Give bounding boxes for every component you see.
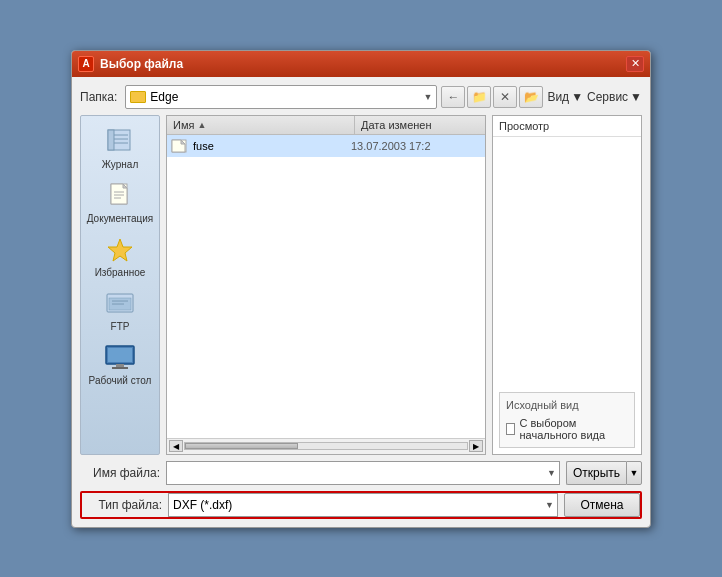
col-name-header[interactable]: Имя ▲ (167, 116, 355, 134)
title-bar: A Выбор файла ✕ (72, 51, 650, 77)
app-icon: A (78, 56, 94, 72)
sidebar: Журнал Документация (80, 115, 160, 455)
cancel-button[interactable]: Отмена (564, 493, 640, 517)
service-arrow-icon: ▼ (630, 90, 642, 104)
filename-row: Имя файла: ▼ Открыть ▼ (80, 461, 642, 485)
sidebar-item-journal[interactable]: Журнал (86, 124, 154, 174)
filename-input[interactable] (166, 461, 560, 485)
filename-input-wrapper: ▼ (166, 461, 560, 485)
toolbar-row: Папка: Edge ▼ ← 📁 ✕ 📂 Вид ▼ Сервис ▼ (80, 85, 642, 109)
svg-rect-1 (108, 130, 114, 150)
preview-header: Просмотр (493, 116, 641, 137)
file-dialog: A Выбор файла ✕ Папка: Edge ▼ ← 📁 ✕ 📂 Ви… (71, 50, 651, 528)
new-folder-button[interactable]: 📂 (519, 86, 543, 108)
ftp-icon (104, 290, 136, 318)
sidebar-label-journal: Журнал (102, 159, 139, 170)
open-btn-group: Открыть ▼ (566, 461, 642, 485)
sort-arrow-icon: ▲ (197, 120, 206, 130)
sidebar-item-docs[interactable]: Документация (86, 178, 154, 228)
svg-marker-11 (108, 239, 132, 261)
folder-up-button[interactable]: 📁 (467, 86, 491, 108)
source-view-checkbox-label: С выбором начального вида (519, 417, 628, 441)
folder-dropdown[interactable]: Edge ▼ (125, 85, 437, 109)
view-arrow-icon: ▼ (571, 90, 583, 104)
file-row[interactable]: fuse 13.07.2003 17:2 (167, 135, 485, 157)
filetype-select[interactable]: DXF (*.dxf) (168, 493, 558, 517)
preview-panel: Просмотр Исходный вид С выбором начально… (492, 115, 642, 455)
file-name: fuse (193, 140, 351, 152)
title-bar-left: A Выбор файла (78, 56, 183, 72)
favorites-icon (104, 236, 136, 264)
scroll-right-button[interactable]: ▶ (469, 440, 483, 452)
svg-rect-18 (116, 364, 124, 367)
col-date-header[interactable]: Дата изменен (355, 116, 485, 134)
source-view-box: Исходный вид С выбором начального вида (499, 392, 635, 448)
filetype-label: Тип файла: (82, 498, 162, 512)
file-list: fuse 13.07.2003 17:2 (167, 135, 485, 438)
sidebar-item-ftp[interactable]: FTP (86, 286, 154, 336)
svg-rect-19 (112, 367, 128, 369)
service-button[interactable]: Сервис ▼ (587, 90, 642, 104)
desktop-icon (104, 344, 136, 372)
open-button[interactable]: Открыть (566, 461, 626, 485)
scroll-thumb (185, 443, 298, 449)
folder-name: Edge (150, 90, 419, 104)
sidebar-label-ftp: FTP (111, 321, 130, 332)
close-button[interactable]: ✕ (626, 56, 644, 72)
svg-rect-17 (108, 348, 132, 362)
col-date-label: Дата изменен (361, 119, 432, 131)
dialog-body: Папка: Edge ▼ ← 📁 ✕ 📂 Вид ▼ Сервис ▼ (72, 77, 650, 527)
docs-icon (104, 182, 136, 210)
sidebar-item-desktop[interactable]: Рабочий стол (86, 340, 154, 390)
service-label: Сервис (587, 90, 628, 104)
view-label: Вид (547, 90, 569, 104)
folder-icon (130, 91, 146, 103)
view-button[interactable]: Вид ▼ (547, 90, 583, 104)
sidebar-item-favorites[interactable]: Избранное (86, 232, 154, 282)
source-view-checkbox-row: С выбором начального вида (506, 417, 628, 441)
open-dropdown-arrow[interactable]: ▼ (626, 461, 642, 485)
file-icon (171, 139, 189, 153)
scroll-track[interactable] (184, 442, 468, 450)
file-date: 13.07.2003 17:2 (351, 140, 481, 152)
folder-label: Папка: (80, 90, 117, 104)
toolbar-buttons: ← 📁 ✕ 📂 (441, 86, 543, 108)
col-name-label: Имя (173, 119, 194, 131)
source-view-checkbox[interactable] (506, 423, 515, 435)
content-area: Журнал Документация (80, 115, 642, 455)
dialog-title: Выбор файла (100, 57, 183, 71)
file-list-header: Имя ▲ Дата изменен (167, 116, 485, 135)
sidebar-label-docs: Документация (87, 213, 154, 224)
dropdown-arrow-icon: ▼ (423, 92, 432, 102)
filename-label: Имя файла: (80, 466, 160, 480)
back-button[interactable]: ← (441, 86, 465, 108)
scroll-left-button[interactable]: ◀ (169, 440, 183, 452)
journal-icon (104, 128, 136, 156)
source-view-title: Исходный вид (506, 399, 628, 411)
file-panel: Имя ▲ Дата изменен (166, 115, 486, 455)
filetype-select-wrapper: DXF (*.dxf) ▼ (168, 493, 558, 517)
filetype-row: Тип файла: DXF (*.dxf) ▼ Отмена (80, 491, 642, 519)
sidebar-label-desktop: Рабочий стол (89, 375, 152, 386)
delete-button[interactable]: ✕ (493, 86, 517, 108)
horizontal-scrollbar[interactable]: ◀ ▶ (167, 438, 485, 454)
bottom-area: Имя файла: ▼ Открыть ▼ Тип файла: DXF (*… (80, 461, 642, 519)
preview-content (493, 137, 641, 386)
sidebar-label-favorites: Избранное (95, 267, 146, 278)
